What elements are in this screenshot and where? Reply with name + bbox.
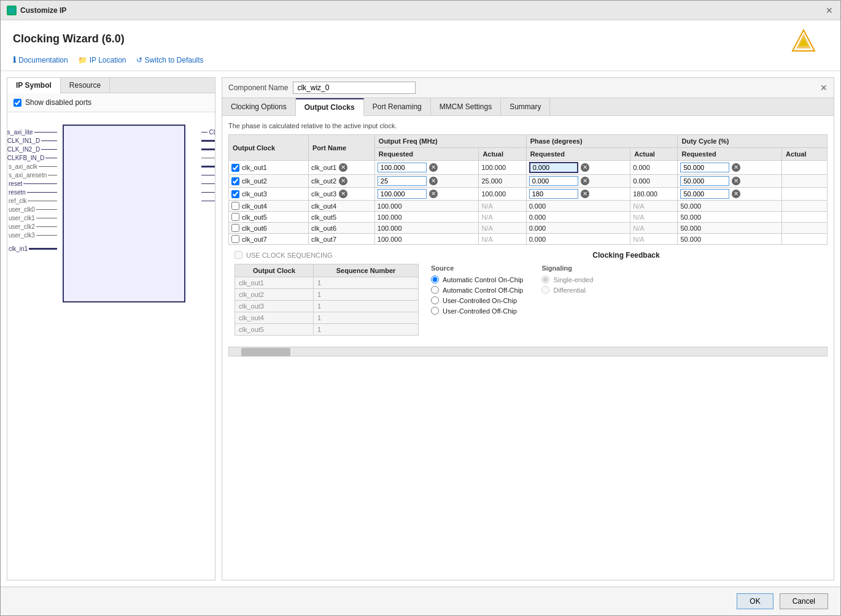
tab-ip-symbol[interactable]: IP Symbol [7,78,61,93]
horizontal-scrollbar[interactable] [228,347,827,356]
tab-summary[interactable]: Summary [501,98,550,115]
clk-out2-checkbox[interactable] [231,177,239,185]
app-icon [7,6,17,15]
clk-out3-duty-clear[interactable]: ✕ [732,190,740,198]
seq-row: clk_out51 [235,324,419,336]
clocking-feedback-section: Clocking Feedback Source Automatic Contr… [431,251,821,336]
radio-single-ended: Single-ended [541,275,593,283]
th-phase-act: Actual [630,148,678,161]
radio-user-off-chip-input[interactable] [431,307,439,315]
clk-out7-checkbox[interactable] [231,235,239,243]
radio-user-off-chip: User-Controlled Off-Chip [431,307,523,315]
toolbar: ℹ Documentation 📁 IP Location ↺ Switch t… [13,55,828,64]
radio-single-ended-input[interactable] [541,275,549,283]
show-disabled-ports-checkbox[interactable] [14,99,21,107]
port-clk-glitch: clk_glitch[3:0] [201,146,215,153]
clk-out1-checkbox[interactable] [231,164,239,172]
bottom-section: USE CLOCK SEQUENCING Output Clock Sequen… [228,245,827,342]
clk-out3-checkbox[interactable] [231,190,239,198]
info-icon: ℹ [13,55,16,64]
switch-defaults-link[interactable]: ↺ Switch to Defaults [136,56,204,64]
clk-out2-port-clear[interactable]: ✕ [339,177,347,185]
clk-out3-port-clear[interactable]: ✕ [339,190,347,198]
left-panel-options: Show disabled ports [7,93,215,112]
seq-row: clk_out21 [235,289,419,301]
show-disabled-ports-label: Show disabled ports [25,98,91,107]
feedback-source-col: Source Automatic Control On-Chip Automat… [431,264,523,317]
clk-out4-checkbox[interactable] [231,202,239,210]
location-icon: 📁 [78,56,87,64]
radio-differential-input[interactable] [541,286,549,294]
seq-row: clk_out31 [235,301,419,312]
radio-auto-off-chip-input[interactable] [431,286,439,294]
use-clock-seq-checkbox[interactable] [234,251,242,259]
clk-out3-phase-req-input[interactable] [529,189,578,199]
th-port-name: Port Name [309,135,375,161]
port-user-clk2: user_clk2 [7,223,57,230]
clock-sequencing-section: USE CLOCK SEQUENCING Output Clock Sequen… [234,251,419,336]
tab-port-renaming[interactable]: Port Renaming [364,98,431,115]
radio-auto-off-chip: Automatic Control Off-Chip [431,286,523,294]
clk-out2-duty-clear[interactable]: ✕ [732,177,740,185]
clk-out2-freq-req-input[interactable] [378,176,427,186]
th-duty-act: Actual [782,148,827,161]
close-button[interactable]: ✕ [824,6,834,15]
cancel-button[interactable]: Cancel [780,593,828,609]
ip-location-link[interactable]: 📁 IP Location [78,56,126,64]
table-row: clk_out7 clk_out7 100.000 N/A 0.000 N/A … [229,234,827,245]
port-interrupt: interrupt [201,155,215,161]
component-name-input[interactable] [293,82,416,94]
clk-out2-phase-req-input[interactable] [529,176,578,186]
documentation-link[interactable]: ℹ Documentation [13,55,68,64]
ok-button[interactable]: OK [737,593,773,609]
clk-out1-duty-clear[interactable]: ✕ [732,163,740,172]
th-phase: Phase (degrees) [526,135,678,148]
component-name-bar: Component Name ✕ [222,78,834,98]
clk-out3-duty-req-input[interactable] [680,189,729,199]
th-duty-req: Requested [678,148,782,161]
main-content: Clocking Wizard (6.0) ℹ Documentation 📁 [1,20,840,615]
port-clkfb-in-d: + CLKFB_IN_D [7,155,57,161]
table-row: clk_out2 clk_out2 ✕ [229,175,827,188]
th-freq-req: Requested [374,148,479,161]
radio-user-on-chip: User-Controlled On-Chip [431,296,523,304]
tab-mmcm-settings[interactable]: MMCM Settings [431,98,501,115]
clk-out2-phase-clear[interactable]: ✕ [581,177,589,185]
radio-user-on-chip-input[interactable] [431,296,439,304]
tab-clocking-options[interactable]: Clocking Options [222,98,296,115]
th-output-clock: Output Clock [229,135,309,161]
component-name-label: Component Name [228,83,288,92]
left-panel: IP Symbol Resource Show disabled ports [7,77,215,580]
clk-out3-freq-clear[interactable]: ✕ [429,190,438,198]
clk-out3-phase-clear[interactable]: ✕ [581,190,589,198]
port-clk-oor: clk_oor[3:0] [201,163,215,170]
port-clk-in2-d: + CLK_IN2_D [7,146,57,153]
clk-out1-phase-req-input[interactable] [529,162,578,173]
port-locked: locked [201,198,215,204]
clk-out1-port-clear[interactable]: ✕ [339,163,347,172]
clk-out2-freq-clear[interactable]: ✕ [429,177,438,185]
port-reset: reset [7,180,57,187]
use-clock-seq-label: USE CLOCK SEQUENCING [246,252,333,259]
title-bar: Customize IP ✕ [1,1,840,20]
clk-out3-freq-req-input[interactable] [378,189,427,199]
th-output-freq: Output Freq (MHz) [374,135,526,148]
radio-auto-on-chip-input[interactable] [431,275,439,283]
radio-differential: Differential [541,286,593,294]
tab-output-clocks[interactable]: Output Clocks [296,98,364,116]
clk-out1-phase-clear[interactable]: ✕ [581,163,589,172]
clk-out1-freq-clear[interactable]: ✕ [429,163,438,172]
clk-out1-freq-req-input[interactable] [378,163,427,172]
component-name-close-icon[interactable]: ✕ [820,83,827,93]
port-ref-clk: ref_clk [7,198,57,204]
clk-out2-duty-req-input[interactable] [680,176,729,186]
clk-out1-duty-req-input[interactable] [680,163,729,172]
clk-out5-checkbox[interactable] [231,213,239,221]
port-clk-in1-d: + CLK_IN1_D [7,137,57,144]
table-row: clk_out3 clk_out3 ✕ [229,188,827,201]
port-s-axi-aresetn: s_axi_aresetn [7,172,57,179]
clk-out6-checkbox[interactable] [231,224,239,232]
tab-resource[interactable]: Resource [61,78,110,93]
feedback-title: Clocking Feedback [431,251,821,260]
left-panel-tabs: IP Symbol Resource [7,78,215,93]
